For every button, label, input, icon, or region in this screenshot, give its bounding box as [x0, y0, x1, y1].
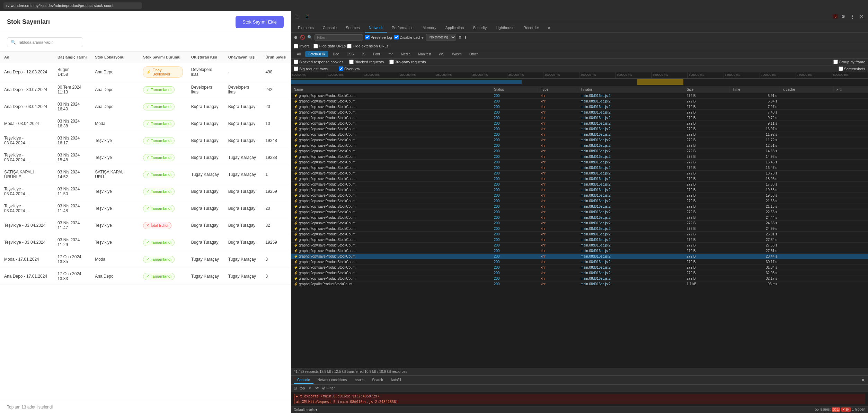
filter-btn-manifest[interactable]: Manifest — [415, 51, 434, 57]
devtools-tab-console[interactable]: Console — [319, 24, 341, 33]
net-table-row[interactable]: ⚡ graphql?op=saveProductStockCount 200 x… — [291, 265, 868, 270]
net-table-row[interactable]: ⚡ graphql?op=saveProductStockCount 200 x… — [291, 160, 868, 165]
throttling-select[interactable]: No throttling — [426, 34, 456, 41]
disable-cache-checkbox[interactable]: Disable cache — [394, 35, 424, 39]
net-table-row[interactable]: ⚡ graphql?op=saveProductStockCount 200 x… — [291, 115, 868, 121]
table-row[interactable]: Ana Depo - 17.01.2024 17 Oca 2024 13:33 … — [0, 268, 291, 285]
devtools-tab-memory[interactable]: Memory — [418, 24, 441, 33]
devtools-tab-network[interactable]: Network — [365, 24, 387, 33]
devtools-tab-recorder[interactable]: Recorder — [519, 24, 543, 33]
third-party-opt[interactable]: 3rd-party requests — [389, 60, 426, 64]
net-table-row[interactable]: ⚡ graphql?op=saveProductStockCount 200 x… — [291, 154, 868, 160]
hide-data-urls-checkbox[interactable]: Hide data URLs — [313, 44, 346, 48]
net-row-initiator[interactable]: main.08d016ec.js:2 — [578, 132, 684, 137]
net-table-row[interactable]: ⚡ graphql?op=saveProductStockCount 200 x… — [291, 165, 868, 171]
net-table-row[interactable]: ⚡ graphql?op=saveProductStockCount 200 x… — [291, 149, 868, 154]
net-row-initiator[interactable]: main.08d016ec.js:2 — [578, 215, 684, 221]
net-row-initiator[interactable]: main.08d016ec.js:2 — [578, 126, 684, 132]
net-row-initiator[interactable]: main.08d016ec.js:2 — [578, 176, 684, 182]
record-icon[interactable]: ⏺ — [294, 35, 298, 40]
filter-icon[interactable]: 🔍 — [307, 35, 312, 40]
blocked-requests-opt[interactable]: Blocked requests — [349, 60, 384, 64]
net-row-initiator[interactable]: main.08d016ec.js:2 — [578, 143, 684, 149]
filter-btn-other[interactable]: Other — [466, 51, 481, 57]
net-row-initiator[interactable]: main.08d016ec.js:2 — [578, 149, 684, 154]
console-tab-issues[interactable]: Issues — [351, 377, 368, 384]
net-table-row[interactable]: ⚡ graphql?op=saveProductStockCount 200 x… — [291, 209, 868, 215]
net-col-header[interactable]: Initiator — [578, 86, 684, 93]
net-row-initiator[interactable]: main.08d016ec.js:2 — [578, 187, 684, 193]
group-by-frame-opt[interactable]: Group by frame — [833, 60, 865, 64]
table-row[interactable]: Moda - 03.04.2024 03 Nis 2024 16:38 Moda… — [0, 115, 291, 132]
net-table-row[interactable]: ⚡ graphql?op=saveProductStockCount 200 x… — [291, 137, 868, 143]
clear-icon[interactable]: 🚫 — [300, 35, 305, 40]
top-context[interactable]: top — [300, 386, 305, 390]
net-row-initiator[interactable]: main.08d016ec.js:2 — [578, 226, 684, 232]
net-table-row[interactable]: ⚡ graphql?op=saveProductStockCount 200 x… — [291, 121, 868, 126]
devtools-tab-sources[interactable]: Sources — [342, 24, 364, 33]
net-row-initiator[interactable]: main.08d016ec.js:2 — [578, 237, 684, 243]
add-stock-count-button[interactable]: Stok Sayımı Ekle — [236, 16, 284, 28]
table-row[interactable]: Teşvikiye - 03.04.2024-... 03 Nis 2024 1… — [0, 183, 291, 200]
net-row-initiator[interactable]: main.08d016ec.js:2 — [578, 265, 684, 270]
table-row[interactable]: Moda - 17.01.2024 17 Oca 2024 13:35 Moda… — [0, 251, 291, 268]
table-row[interactable]: SATIŞA KAPALI ÜRÜNLE... 03 Nis 2024 14:5… — [0, 166, 291, 183]
import-icon[interactable]: ⬆ — [458, 35, 462, 40]
invert-checkbox[interactable]: Invert — [294, 44, 309, 48]
net-table-row[interactable]: ⚡ graphql?op=saveProductStockCount 200 x… — [291, 215, 868, 221]
devtools-tab-security[interactable]: Security — [469, 24, 491, 33]
net-col-header[interactable]: Name — [291, 86, 491, 93]
big-rows-opt[interactable]: Big request rows — [294, 66, 328, 71]
filter-btn-media[interactable]: Media — [398, 51, 414, 57]
net-table-row[interactable]: ⚡ graphql?op=saveProductStockCount 200 x… — [291, 204, 868, 209]
net-row-initiator[interactable]: main.08d016ec.js:2 — [578, 137, 684, 143]
net-row-initiator[interactable]: main.08d016ec.js:2 — [578, 99, 684, 104]
hide-extension-urls-checkbox[interactable]: Hide extension URLs — [347, 44, 388, 48]
table-row[interactable]: Ana Depo - 12.08.2024 Bugün 14:58 Ana De… — [0, 63, 291, 81]
net-table-row[interactable]: ⚡ graphql?op=saveProductStockCount 200 x… — [291, 126, 868, 132]
net-table-row[interactable]: ⚡ graphql?op=saveProductStockCount 200 x… — [291, 171, 868, 176]
net-table-row[interactable]: ⚡ graphql?op=saveProductStockCount 200 x… — [291, 104, 868, 110]
net-table-row[interactable]: ⚡ graphql?op=saveProductStockCount 200 x… — [291, 93, 868, 99]
net-row-initiator[interactable]: main.08d016ec.js:2 — [578, 221, 684, 226]
console-close-btn[interactable]: ✕ — [861, 377, 865, 383]
console-tab-autofill[interactable]: Autofill — [387, 377, 405, 384]
network-table-wrap[interactable]: NameStatusTypeInitiatorSizeTimex-cachex-… — [291, 86, 868, 368]
net-row-initiator[interactable]: main.08d016ec.js:2 — [578, 254, 684, 259]
net-row-initiator[interactable]: main.08d016ec.js:2 — [578, 270, 684, 276]
filter-btn-doc[interactable]: Doc — [330, 51, 342, 57]
net-table-row[interactable]: ⚡ graphql?op=saveProductStockCount 200 x… — [291, 259, 868, 265]
net-row-initiator[interactable]: main.08d016ec.js:2 — [578, 104, 684, 110]
net-row-initiator[interactable]: main.08d016ec.js:2 — [578, 248, 684, 254]
console-tab-console[interactable]: Console — [294, 377, 313, 384]
net-row-initiator[interactable]: main.08d016ec.js:2 — [578, 160, 684, 165]
net-col-header[interactable]: x-ttl — [834, 86, 868, 93]
search-input[interactable] — [18, 40, 73, 44]
table-row[interactable]: Teşvikiye - 03.04.2024-... 03 Nis 2024 1… — [0, 132, 291, 149]
net-row-initiator[interactable]: main.08d016ec.js:2 — [578, 281, 684, 287]
net-table-row[interactable]: ⚡ graphql?op=saveProductStockCount 200 x… — [291, 254, 868, 259]
devtools-tab-application[interactable]: Application — [441, 24, 468, 33]
net-row-initiator[interactable]: main.08d016ec.js:2 — [578, 93, 684, 99]
screenshots-opt[interactable]: Screenshots — [839, 66, 865, 71]
devtools-tab-[interactable]: » — [544, 24, 554, 33]
table-row[interactable]: Teşvikiye - 03.04.2024-... 03 Nis 2024 1… — [0, 200, 291, 217]
blocked-cookies-opt[interactable]: Blocked response cookies — [294, 60, 344, 64]
net-table-row[interactable]: ⚡ graphql?op=saveProductStockCount 200 x… — [291, 143, 868, 149]
filter-btn-wasm[interactable]: Wasm — [449, 51, 465, 57]
filter-btn-font[interactable]: Font — [370, 51, 383, 57]
net-row-initiator[interactable]: main.08d016ec.js:2 — [578, 165, 684, 171]
console-tab-networkconditions[interactable]: Network conditions — [314, 377, 350, 384]
browser-url[interactable]: rv-wundercomtr.my/ikas.dev/admin/product… — [3, 2, 142, 9]
table-row[interactable]: Teşvikiye - 03.04.2024 03 Nis 2024 11:47… — [0, 217, 291, 234]
table-row[interactable]: Teşvikiye - 03.04.2024 03 Nis 2024 11:29… — [0, 234, 291, 251]
net-table-row[interactable]: ⚡ graphql?op=saveProductStockCount 200 x… — [291, 193, 868, 198]
net-table-row[interactable]: ⚡ graphql?op=saveProductStockCount 200 x… — [291, 110, 868, 115]
console-tab-search[interactable]: Search — [369, 377, 387, 384]
devtools-tab-elements[interactable]: Elements — [294, 24, 318, 33]
net-table-row[interactable]: ⚡ graphql?op=saveProductStockCount 200 x… — [291, 198, 868, 204]
net-table-row[interactable]: ⚡ graphql?op=saveProductStockCount 200 x… — [291, 99, 868, 104]
devtools-more-btn[interactable]: ⋮ — [849, 13, 857, 20]
filter-btn-img[interactable]: Img — [384, 51, 397, 57]
net-row-initiator[interactable]: main.08d016ec.js:2 — [578, 243, 684, 248]
